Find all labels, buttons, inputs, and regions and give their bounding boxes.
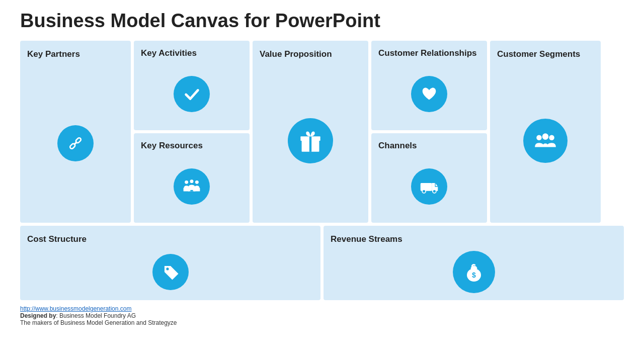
bottom-row: Cost Structure Revenue Streams (20, 226, 624, 300)
key-activities-label: Key Activities (141, 48, 197, 58)
customer-segments-icon-area (497, 63, 594, 218)
cost-structure-icon-area (27, 248, 313, 295)
price-tag-icon (161, 262, 180, 282)
svg-point-16 (536, 135, 541, 140)
svg-point-19 (166, 267, 169, 270)
revenue-streams-label: Revenue Streams (331, 234, 403, 244)
cell-key-resources: Key Resources (134, 133, 250, 223)
footer-tagline: The makers of Business Model Generation … (20, 319, 177, 326)
svg-point-3 (185, 180, 188, 184)
people-icon (534, 129, 557, 152)
value-proposition-icon (288, 118, 333, 163)
svg-point-15 (433, 190, 436, 193)
footer: http://www.businessmodelgeneration.com D… (20, 305, 624, 326)
cost-structure-label: Cost Structure (27, 234, 87, 244)
money-bag-icon: $ (463, 261, 485, 283)
key-activities-icon (174, 76, 210, 112)
footer-url[interactable]: http://www.businessmodelgeneration.com (20, 305, 131, 312)
customer-relationships-label: Customer Relationships (378, 48, 477, 58)
value-proposition-label: Value Proposition (260, 49, 332, 59)
svg-point-4 (190, 179, 194, 183)
svg-point-18 (542, 133, 549, 140)
customer-segments-icon (523, 119, 568, 163)
svg-rect-12 (309, 136, 311, 152)
checkmark-icon (182, 84, 201, 104)
cell-revenue-streams: Revenue Streams $ (324, 226, 624, 300)
cell-channels: Channels (371, 133, 487, 223)
cell-key-partners: Key Partners (20, 41, 131, 223)
cell-value-proposition: Value Proposition (253, 41, 368, 223)
cost-structure-icon (152, 254, 189, 290)
revenue-streams-icon: $ (453, 251, 495, 293)
key-partners-icon (57, 125, 94, 161)
svg-text:$: $ (472, 271, 476, 279)
footer-designed-value: : Business Model Foundry AG (56, 312, 136, 319)
customer-segments-label: Customer Segments (497, 49, 580, 59)
customer-relationships-icon (411, 76, 447, 112)
svg-point-14 (422, 190, 426, 193)
value-proposition-icon-area (260, 63, 361, 218)
customer-relationships-icon-area (378, 62, 480, 125)
key-activities-icon-area (141, 62, 243, 125)
svg-rect-9 (190, 190, 193, 192)
key-partners-label: Key Partners (27, 49, 80, 59)
key-resources-icon-area (141, 155, 243, 218)
revenue-streams-icon-area: $ (331, 248, 617, 295)
truck-icon (420, 177, 439, 196)
cell-key-activities: Key Activities (134, 41, 250, 130)
cell-customer-segments: Customer Segments (490, 41, 601, 223)
channels-icon (411, 168, 447, 205)
channels-label: Channels (378, 140, 417, 151)
channels-icon-area (378, 155, 480, 218)
svg-point-17 (549, 135, 554, 140)
page-title: Business Model Canvas for PowerPoint (20, 10, 624, 32)
key-resources-icon (174, 168, 210, 205)
footer-designed-label: Designed by (20, 312, 56, 319)
key-partners-icon-area (27, 68, 124, 218)
gift-icon (298, 129, 323, 153)
canvas-grid: Key Partners Key Activities (20, 41, 624, 300)
cell-cost-structure: Cost Structure (20, 226, 320, 300)
svg-rect-8 (194, 188, 200, 191)
key-resources-label: Key Resources (141, 140, 203, 151)
top-row: Key Partners Key Activities (20, 41, 624, 223)
cell-customer-relationships: Customer Relationships (371, 41, 487, 130)
svg-point-5 (195, 180, 199, 184)
col-activities-resources: Key Activities Key Resources (134, 41, 250, 223)
col-customer-rel-channels: Customer Relationships Channels (371, 41, 487, 223)
heart-icon (420, 84, 439, 104)
svg-rect-13 (421, 183, 432, 191)
